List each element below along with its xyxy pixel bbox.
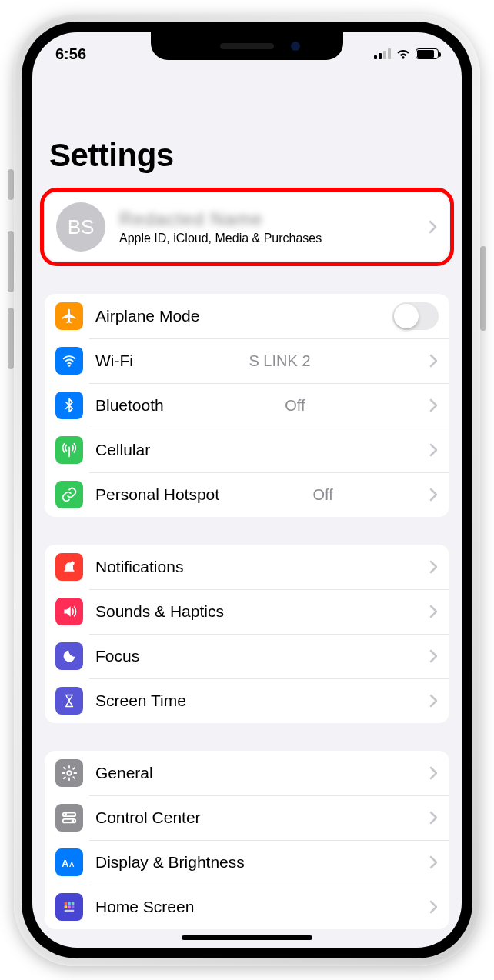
chevron-right-icon	[429, 443, 439, 457]
row-label: Bluetooth	[83, 396, 164, 415]
chevron-right-icon	[429, 605, 439, 618]
settings-row-home-screen[interactable]: Home Screen	[45, 885, 449, 929]
row-label: Cellular	[83, 441, 150, 459]
row-detail: Off	[285, 397, 308, 415]
side-button-volume-down	[8, 308, 14, 369]
side-button-silent	[8, 169, 14, 200]
chevron-right-icon	[429, 560, 439, 574]
row-label: General	[83, 764, 153, 782]
row-label: Display & Brightness	[83, 853, 245, 872]
svg-point-2	[67, 771, 72, 775]
svg-rect-12	[72, 902, 75, 905]
gear-icon	[55, 759, 83, 787]
row-detail: S LINK 2	[249, 352, 313, 370]
svg-rect-10	[65, 902, 68, 905]
svg-rect-11	[68, 902, 71, 905]
switches-icon	[55, 804, 83, 832]
grid-icon	[55, 893, 83, 921]
settings-row-control-center[interactable]: Control Center	[45, 795, 449, 840]
status-time: 6:56	[55, 45, 86, 63]
svg-point-6	[72, 819, 75, 822]
settings-row-wi-fi[interactable]: Wi-FiS LINK 2	[45, 338, 449, 383]
speaker-icon	[55, 598, 83, 625]
row-label: Sounds & Haptics	[83, 602, 224, 621]
profile-subtitle: Apple ID, iCloud, Media & Purchases	[119, 232, 429, 245]
wifi-status-icon	[396, 48, 411, 59]
settings-group: Airplane ModeWi-FiS LINK 2BluetoothOffCe…	[45, 294, 449, 517]
chevron-right-icon	[429, 354, 439, 368]
row-label: Screen Time	[83, 692, 186, 710]
settings-group: NotificationsSounds & HapticsFocusScreen…	[45, 545, 449, 723]
apple-id-row[interactable]: BS Redacted Name Apple ID, iCloud, Media…	[45, 193, 449, 261]
row-label: Wi-Fi	[83, 352, 133, 370]
settings-group: GeneralControl CenterAADisplay & Brightn…	[45, 751, 449, 929]
moon-icon	[55, 642, 83, 670]
settings-row-sounds-haptics[interactable]: Sounds & Haptics	[45, 589, 449, 634]
row-label: Airplane Mode	[83, 307, 199, 325]
svg-rect-14	[68, 905, 71, 908]
chevron-right-icon	[429, 694, 439, 708]
chevron-right-icon	[429, 855, 439, 869]
svg-point-4	[65, 813, 68, 816]
svg-rect-13	[65, 905, 68, 908]
wifi-icon	[55, 347, 83, 375]
chevron-right-icon	[429, 488, 439, 502]
row-label: Home Screen	[83, 898, 194, 916]
antenna-icon	[55, 436, 83, 464]
cellular-signal-icon	[374, 48, 391, 59]
chevron-right-icon	[429, 398, 439, 412]
row-label: Focus	[83, 647, 139, 665]
settings-row-notifications[interactable]: Notifications	[45, 545, 449, 589]
textsize-icon: AA	[55, 848, 83, 876]
profile-group: BS Redacted Name Apple ID, iCloud, Media…	[45, 193, 449, 261]
settings-row-bluetooth[interactable]: BluetoothOff	[45, 383, 449, 428]
svg-text:A: A	[62, 858, 69, 869]
side-button-power	[480, 246, 486, 331]
toggle-airplane-mode[interactable]	[392, 302, 439, 330]
highlight-ring: BS Redacted Name Apple ID, iCloud, Media…	[40, 188, 454, 266]
settings-row-general[interactable]: General	[45, 751, 449, 795]
battery-icon	[416, 48, 439, 59]
home-indicator[interactable]	[182, 935, 312, 940]
airplane-icon	[55, 302, 83, 330]
side-button-volume-up	[8, 231, 14, 292]
svg-point-1	[71, 562, 75, 565]
svg-text:A: A	[69, 861, 75, 868]
row-detail: Off	[312, 486, 335, 504]
avatar: BS	[56, 202, 105, 252]
chevron-right-icon	[429, 811, 439, 825]
settings-row-screen-time[interactable]: Screen Time	[45, 678, 449, 723]
chevron-right-icon	[429, 900, 439, 914]
settings-row-display-brightness[interactable]: AADisplay & Brightness	[45, 840, 449, 885]
svg-rect-15	[72, 905, 75, 908]
profile-name: Redacted Name	[119, 208, 429, 230]
notch	[151, 32, 343, 60]
svg-rect-16	[65, 910, 75, 912]
row-label: Control Center	[83, 808, 201, 827]
chevron-right-icon	[429, 766, 439, 780]
hourglass-icon	[55, 687, 83, 715]
page-title: Settings	[49, 137, 445, 174]
settings-row-personal-hotspot[interactable]: Personal HotspotOff	[45, 472, 449, 517]
row-label: Notifications	[83, 558, 183, 576]
row-label: Personal Hotspot	[83, 485, 219, 504]
bluetooth-icon	[55, 392, 83, 419]
settings-row-focus[interactable]: Focus	[45, 634, 449, 678]
device-frame: 6:56 Settings BS	[14, 14, 480, 966]
svg-point-0	[68, 365, 71, 367]
settings-scroll[interactable]: Settings BS Redacted Name Apple ID, iClo…	[32, 75, 462, 948]
settings-row-airplane-mode[interactable]: Airplane Mode	[45, 294, 449, 338]
chevron-right-icon	[429, 649, 439, 663]
bell-icon	[55, 553, 83, 581]
chevron-right-icon	[429, 220, 438, 234]
link-icon	[55, 481, 83, 508]
settings-row-cellular[interactable]: Cellular	[45, 428, 449, 472]
